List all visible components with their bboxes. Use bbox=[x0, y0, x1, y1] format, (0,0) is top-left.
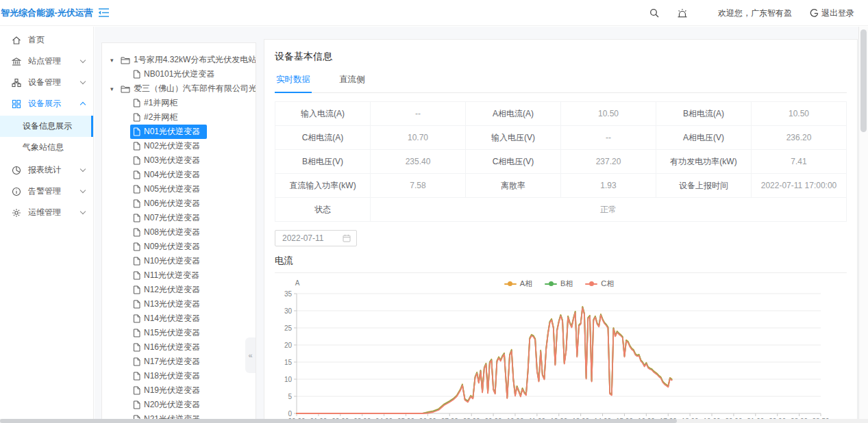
tree-device[interactable]: N21光伏逆变器 bbox=[102, 412, 256, 419]
tree-device[interactable]: N07光伏逆变器 bbox=[102, 211, 256, 225]
tree-device[interactable]: N08光伏逆变器 bbox=[102, 225, 256, 240]
table-row: 状态正常 bbox=[275, 198, 847, 222]
tree-device-label: N13光伏逆变器 bbox=[144, 298, 200, 310]
logout-label: 退出登录 bbox=[821, 8, 854, 19]
file-icon bbox=[133, 156, 140, 165]
file-icon bbox=[133, 300, 140, 309]
horizontal-scrollbar[interactable] bbox=[0, 419, 868, 423]
tree-expand-caret[interactable]: ▾ bbox=[110, 57, 121, 64]
vertical-scrollbar-thumb[interactable] bbox=[860, 29, 867, 132]
cluster-icon bbox=[12, 77, 22, 88]
appstore-icon bbox=[12, 99, 22, 109]
tree-device-selected[interactable]: N01光伏逆变器 bbox=[102, 125, 256, 139]
tree-device[interactable]: N17光伏逆变器 bbox=[102, 355, 256, 369]
sidebar-item-设备展示[interactable]: 设备展示 bbox=[0, 93, 93, 114]
tree-station[interactable]: ▾爱三（佛山）汽车部件有限公司光伏发 bbox=[102, 81, 256, 96]
legend-item-B相[interactable]: B相 bbox=[545, 279, 573, 289]
search-icon[interactable] bbox=[649, 8, 659, 18]
tree-expand-caret[interactable]: ▾ bbox=[110, 86, 121, 92]
folder-icon bbox=[121, 56, 130, 64]
tree-device[interactable]: N15光伏逆变器 bbox=[102, 326, 256, 340]
tab-realtime-data[interactable]: 实时数据 bbox=[275, 71, 312, 93]
field-label: 有功发电功率(kW) bbox=[656, 150, 752, 174]
tree-device[interactable]: N10光伏逆变器 bbox=[102, 254, 256, 268]
file-icon bbox=[133, 99, 140, 107]
tree-device[interactable]: N20光伏逆变器 bbox=[102, 398, 256, 412]
tree-device[interactable]: N06光伏逆变器 bbox=[102, 196, 256, 211]
tree-device[interactable]: NB0101光伏逆变器 bbox=[102, 67, 256, 81]
sidebar-item-label: 设备展示 bbox=[28, 98, 81, 110]
legend-item-C相[interactable]: C相 bbox=[585, 279, 614, 289]
sidebar-subitem-设备信息展示[interactable]: 设备信息展示 bbox=[0, 116, 93, 137]
tree-device[interactable]: #1并网柜 bbox=[102, 96, 256, 110]
file-icon bbox=[133, 257, 140, 266]
tree-device-label: N10光伏逆变器 bbox=[144, 255, 200, 267]
tab-dc-side[interactable]: 直流侧 bbox=[338, 71, 367, 92]
tree-station-label: 1号家用4.32kW分布式光伏发电站 bbox=[134, 54, 256, 66]
chevron-down-icon bbox=[80, 188, 86, 193]
date-input[interactable] bbox=[282, 233, 343, 243]
tree-device[interactable]: N16光伏逆变器 bbox=[102, 340, 256, 355]
tab-bar: 实时数据 直流侧 bbox=[275, 71, 847, 93]
tree-device[interactable]: N11光伏逆变器 bbox=[102, 268, 256, 283]
field-value: 正常 bbox=[371, 198, 847, 222]
tree-device[interactable]: #2并网柜 bbox=[102, 110, 256, 125]
file-icon bbox=[133, 343, 140, 352]
tree-device[interactable]: N12光伏逆变器 bbox=[102, 283, 256, 297]
vertical-scrollbar[interactable] bbox=[858, 27, 868, 419]
field-label: 输入电压(V) bbox=[466, 126, 561, 150]
horizontal-scrollbar-thumb[interactable] bbox=[0, 419, 677, 423]
sidebar-nav: 首页站点管理设备管理设备展示设备信息展示气象站信息报表统计告警管理运维管理 bbox=[0, 27, 94, 419]
alarm-icon[interactable] bbox=[677, 8, 688, 18]
sidebar-item-运维管理[interactable]: 运维管理 bbox=[0, 202, 93, 223]
tree-device-label: N11光伏逆变器 bbox=[144, 270, 199, 281]
table-row: 输入电流(A)--A相电流(A)10.50B相电流(A)10.50 bbox=[275, 102, 847, 126]
info-icon bbox=[12, 186, 22, 196]
svg-text:30: 30 bbox=[284, 307, 293, 315]
table-row: 直流输入功率(kW)7.58离散率1.93设备上报时间2022-07-11 17… bbox=[275, 174, 847, 198]
file-icon bbox=[133, 285, 140, 294]
svg-text:15: 15 bbox=[284, 359, 293, 366]
field-label: C相电流(A) bbox=[275, 126, 371, 150]
sidebar-item-报表统计[interactable]: 报表统计 bbox=[0, 159, 93, 181]
tree-collapse-handle[interactable]: « bbox=[245, 337, 256, 373]
date-picker[interactable] bbox=[275, 230, 357, 246]
tree-device[interactable]: N09光伏逆变器 bbox=[102, 240, 256, 254]
tree-device[interactable]: N05光伏逆变器 bbox=[102, 182, 256, 196]
field-value: 1.93 bbox=[561, 174, 656, 198]
field-label: B相电压(V) bbox=[275, 150, 371, 174]
tree-device[interactable]: N14光伏逆变器 bbox=[102, 311, 256, 326]
sidebar-item-站点管理[interactable]: 站点管理 bbox=[0, 51, 93, 72]
tree-device[interactable]: N03光伏逆变器 bbox=[102, 153, 256, 168]
menu-fold-icon[interactable] bbox=[98, 8, 110, 21]
logout-button[interactable]: 退出登录 bbox=[810, 8, 854, 19]
field-label: 设备上报时间 bbox=[656, 174, 752, 198]
field-label: A相电流(A) bbox=[466, 102, 561, 126]
chevron-down-icon bbox=[80, 57, 86, 63]
tree-device[interactable]: N04光伏逆变器 bbox=[102, 168, 256, 182]
tree-device-label: N03光伏逆变器 bbox=[144, 155, 200, 166]
sidebar-item-首页[interactable]: 首页 bbox=[0, 29, 93, 51]
sidebar-item-label: 报表统计 bbox=[28, 164, 81, 176]
tree-device[interactable]: N19光伏逆变器 bbox=[102, 383, 256, 398]
tree-device[interactable]: N18光伏逆变器 bbox=[102, 369, 256, 383]
tree-device[interactable]: N13光伏逆变器 bbox=[102, 297, 256, 311]
field-value: 2022-07-11 17:00:00 bbox=[752, 174, 847, 198]
tree-device-label: N16光伏逆变器 bbox=[144, 342, 200, 353]
sidebar-subitem-气象站信息[interactable]: 气象站信息 bbox=[0, 137, 93, 158]
tree-station[interactable]: ▾1号家用4.32kW分布式光伏发电站 bbox=[102, 53, 256, 67]
field-value: 7.58 bbox=[371, 174, 466, 198]
tree-device-label: N09光伏逆变器 bbox=[144, 241, 200, 253]
legend-label: A相 bbox=[520, 279, 532, 289]
tree-device[interactable]: N02光伏逆变器 bbox=[102, 139, 256, 153]
sidebar-item-告警管理[interactable]: 告警管理 bbox=[0, 181, 93, 202]
welcome-text: 欢迎您，广东智有盈 bbox=[718, 8, 792, 19]
sidebar-item-label: 告警管理 bbox=[28, 185, 81, 197]
tree-device-label: N17光伏逆变器 bbox=[144, 356, 200, 368]
file-icon bbox=[133, 142, 140, 151]
file-icon bbox=[133, 170, 140, 179]
sidebar-item-设备管理[interactable]: 设备管理 bbox=[0, 72, 93, 93]
sidebar-item-label: 站点管理 bbox=[28, 55, 81, 67]
svg-text:25: 25 bbox=[284, 324, 293, 332]
legend-item-A相[interactable]: A相 bbox=[504, 279, 532, 289]
